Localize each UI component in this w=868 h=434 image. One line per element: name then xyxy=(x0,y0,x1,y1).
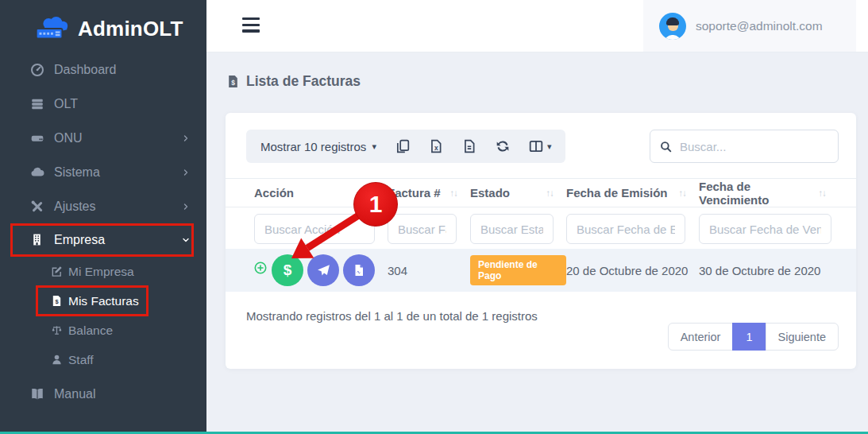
file-icon[interactable] xyxy=(462,139,476,153)
expand-plus-icon[interactable] xyxy=(254,262,267,274)
global-search xyxy=(650,130,839,163)
menu-toggle-icon[interactable] xyxy=(242,17,261,35)
filter-fecha-emision-input[interactable] xyxy=(566,214,685,244)
sidebar-item-empresa[interactable]: Empresa xyxy=(0,225,206,255)
invoice-list-icon: $ xyxy=(226,75,240,88)
filter-factura-input[interactable] xyxy=(388,214,457,244)
sidebar-item-label: Staff xyxy=(68,353,94,367)
balance-scale-icon xyxy=(51,324,63,336)
column-header-fecha-vencimiento[interactable]: Fecha de Vencimiento ↑↓ xyxy=(699,180,839,207)
dashboard-gauge-icon xyxy=(30,63,44,77)
pagination-next[interactable]: Siguiente xyxy=(766,323,839,351)
adminolt-cloud-icon xyxy=(30,16,71,42)
page-length-dropdown[interactable]: Mostrar 10 registros ▾ xyxy=(260,140,376,153)
sort-icon: ↑↓ xyxy=(450,188,458,198)
tools-icon xyxy=(30,200,44,214)
page-title: $ Lista de Facturas xyxy=(226,73,361,90)
sort-icon: ↑↓ xyxy=(679,188,687,198)
sidebar-nav: Dashboard OLT ONU xyxy=(0,52,206,411)
pagination: Anterior 1 Siguiente xyxy=(668,323,839,351)
chevron-right-icon xyxy=(181,202,191,211)
sidebar-item-onu[interactable]: ONU xyxy=(0,121,206,155)
refresh-icon[interactable] xyxy=(496,139,510,153)
sidebar-subitem-balance[interactable]: Balance xyxy=(0,316,206,345)
sidebar-item-manual[interactable]: Manual xyxy=(0,377,206,411)
sidebar-item-label: Manual xyxy=(54,387,95,401)
svg-text:$: $ xyxy=(231,79,235,87)
sidebar-item-label: Mis Facturas xyxy=(68,294,139,308)
sidebar-subitem-mi-empresa[interactable]: Mi Empresa xyxy=(0,257,206,286)
chevron-down-icon xyxy=(181,235,191,245)
column-header-estado[interactable]: Estado ↑↓ xyxy=(470,186,566,200)
sidebar-item-dashboard[interactable]: Dashboard xyxy=(0,52,206,87)
sort-icon: ↑↓ xyxy=(819,188,827,198)
page-length-label: Mostrar 10 registros xyxy=(260,140,366,153)
caret-down-icon: ▾ xyxy=(547,141,552,152)
sidebar-item-olt[interactable]: OLT xyxy=(0,87,206,121)
sidebar-item-label: Balance xyxy=(68,324,113,338)
sidebar-item-label: Dashboard xyxy=(54,63,116,77)
sort-icon: ↑↓ xyxy=(546,188,554,198)
search-input[interactable] xyxy=(680,140,828,153)
invoice-dollar-icon: $ xyxy=(51,295,63,307)
copy-icon[interactable] xyxy=(395,139,410,153)
pagination-previous[interactable]: Anterior xyxy=(668,323,734,351)
cloud-icon xyxy=(30,165,44,180)
sidebar-item-label: ONU xyxy=(54,131,83,145)
table-toolbar: Mostrar 10 registros ▾ x ▾ xyxy=(246,130,565,163)
topbar: soporte@adminolt.com xyxy=(206,0,868,52)
user-email: soporte@adminolt.com xyxy=(696,19,823,33)
sidebar-item-label: Ajustes xyxy=(54,200,95,214)
page-title-text: Lista de Facturas xyxy=(246,73,361,90)
brand-name: AdminOLT xyxy=(78,17,183,41)
cell-fecha-vencimiento: 30 de Octubre de 2020 xyxy=(699,264,839,277)
brand-logo[interactable]: AdminOLT xyxy=(0,0,206,52)
sidebar-subitem-mis-facturas[interactable]: $ Mis Facturas xyxy=(0,286,206,316)
sidebar-item-label: Sistema xyxy=(54,165,100,180)
chevron-right-icon xyxy=(181,168,191,177)
search-icon xyxy=(660,141,672,153)
records-summary: Mostrando registros del 1 al 1 de un tot… xyxy=(246,309,538,323)
user-icon xyxy=(51,354,63,366)
user-avatar xyxy=(659,13,686,40)
chevron-right-icon xyxy=(181,134,191,143)
book-open-icon xyxy=(30,387,44,401)
status-badge: Pendiente de Pago xyxy=(470,255,566,285)
caret-down-icon: ▾ xyxy=(372,141,376,152)
cell-estado: Pendiente de Pago xyxy=(470,255,566,285)
pagination-page-1[interactable]: 1 xyxy=(732,323,766,351)
sidebar: AdminOLT Dashboard OLT ONU xyxy=(0,0,206,434)
excel-icon[interactable]: x xyxy=(429,139,443,153)
annotation-step-circle: 1 xyxy=(353,182,398,227)
filter-estado-input[interactable] xyxy=(470,214,554,244)
column-header-factura[interactable]: Factura # ↑↓ xyxy=(388,186,470,200)
building-icon xyxy=(30,233,44,247)
svg-text:x: x xyxy=(434,144,438,152)
filter-fecha-vencimiento-input[interactable] xyxy=(699,214,831,244)
column-header-fecha-emision[interactable]: Fecha de Emisión ↑↓ xyxy=(566,186,699,200)
sidebar-subitem-staff[interactable]: Staff xyxy=(0,345,206,374)
column-visibility-dropdown[interactable]: ▾ xyxy=(529,139,552,153)
cell-factura: 304 xyxy=(388,264,470,277)
sidebar-item-sistema[interactable]: Sistema xyxy=(0,155,206,189)
user-menu[interactable]: soporte@adminolt.com xyxy=(643,0,856,52)
sidebar-item-label: Mi Empresa xyxy=(68,265,134,279)
app-root: AdminOLT Dashboard OLT ONU xyxy=(0,0,868,434)
cell-fecha-emision: 20 de Octubre de 2020 xyxy=(566,264,699,277)
sidebar-item-label: OLT xyxy=(54,97,78,111)
edit-pen-icon xyxy=(51,265,63,277)
server-icon xyxy=(30,97,44,111)
sidebar-item-ajustes[interactable]: Ajustes xyxy=(0,189,206,223)
sidebar-item-label: Empresa xyxy=(54,233,105,247)
device-hdd-icon xyxy=(30,131,44,145)
